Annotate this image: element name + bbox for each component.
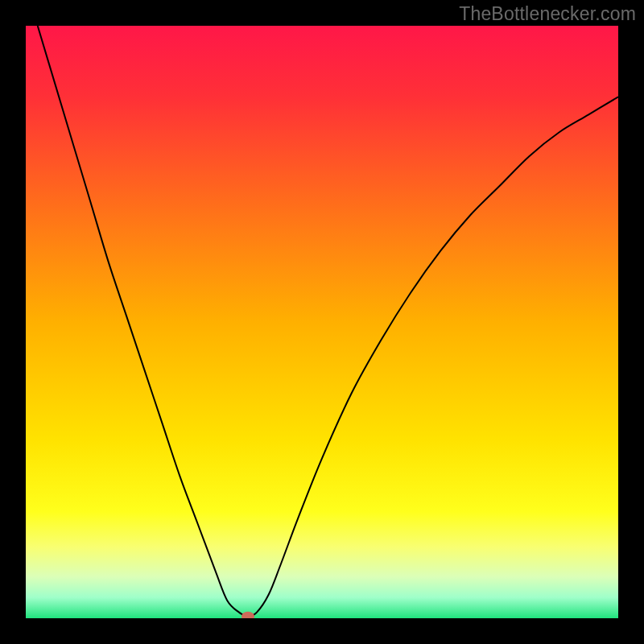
bottleneck-curve	[38, 26, 618, 617]
chart-svg	[26, 26, 618, 618]
optimum-marker	[242, 612, 254, 618]
chart-frame: TheBottlenecker.com	[0, 0, 644, 644]
plot-area	[26, 26, 618, 618]
watermark-text: TheBottlenecker.com	[459, 3, 636, 25]
